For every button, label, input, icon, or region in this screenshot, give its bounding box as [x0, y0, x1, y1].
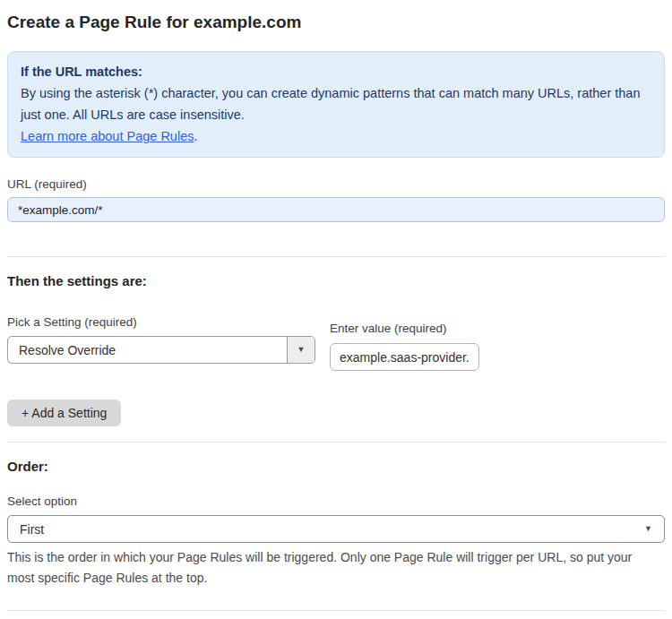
order-section-heading: Order: — [7, 458, 665, 475]
add-setting-button[interactable]: + Add a Setting — [7, 400, 121, 426]
setting-value-label: Enter value (required) — [330, 322, 479, 336]
setting-value-input[interactable] — [330, 343, 479, 371]
chevron-down-icon: ▼ — [297, 346, 306, 354]
order-select-label: Select option — [7, 494, 665, 509]
setting-value-column: Enter value (required) — [330, 322, 479, 371]
settings-row: Pick a Setting (required) Resolve Overri… — [7, 315, 665, 371]
setting-picker-arrow-button[interactable]: ▼ — [287, 337, 314, 363]
order-selected-value: First — [20, 522, 44, 537]
info-box-heading: If the URL matches: — [21, 61, 651, 82]
learn-more-link[interactable]: Learn more about Page Rules — [21, 129, 194, 143]
page-title: Create a Page Rule for example.com — [7, 12, 665, 33]
order-help-text: This is the order in which your Page Rul… — [7, 547, 652, 589]
info-box-body: By using the asterisk (*) character, you… — [21, 82, 651, 125]
setting-picker-label: Pick a Setting (required) — [7, 315, 315, 330]
chevron-down-icon: ▼ — [644, 525, 652, 533]
url-input[interactable] — [7, 197, 665, 222]
url-field-label: URL (required) — [7, 177, 665, 192]
setting-picker-column: Pick a Setting (required) Resolve Overri… — [7, 315, 315, 364]
order-select[interactable]: First ▼ — [7, 515, 665, 543]
section-divider — [7, 256, 665, 257]
link-suffix: . — [194, 129, 197, 143]
url-match-info-box: If the URL matches: By using the asteris… — [7, 51, 665, 158]
settings-section-heading: Then the settings are: — [7, 272, 665, 289]
footer-divider — [7, 610, 665, 611]
section-divider — [7, 442, 665, 443]
setting-picker-selected-value: Resolve Override — [8, 337, 287, 363]
setting-picker-dropdown[interactable]: Resolve Override ▼ — [7, 336, 315, 364]
info-box-link-line: Learn more about Page Rules. — [21, 125, 651, 147]
